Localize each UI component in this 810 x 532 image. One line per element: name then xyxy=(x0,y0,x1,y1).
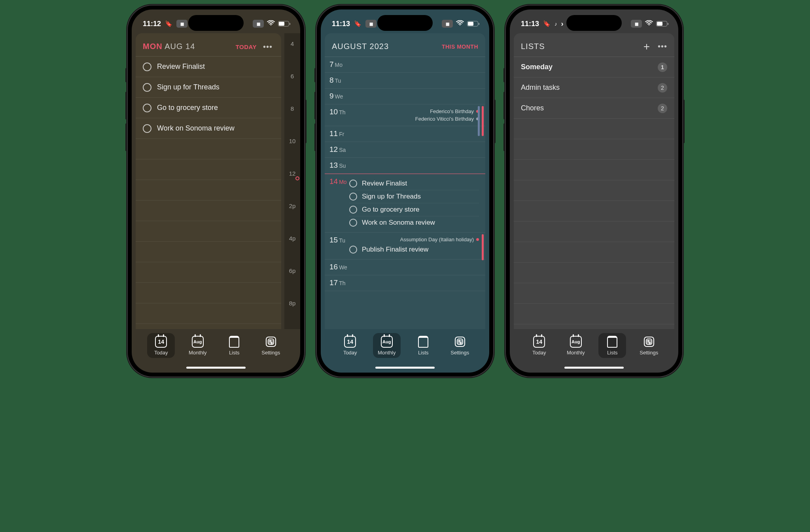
checkbox-icon[interactable] xyxy=(349,246,357,254)
timeline-strip[interactable]: 46810122p4p6p8p xyxy=(284,33,300,329)
month-day-row[interactable]: 17Th xyxy=(325,275,485,291)
today-label[interactable]: TODAY xyxy=(236,44,257,50)
tab-monthly[interactable]: Aug Monthly xyxy=(184,333,212,358)
task-row[interactable]: Sign up for Threads xyxy=(349,190,479,203)
month-day-row[interactable]: 14MoReview FinalistSign up for ThreadsGo… xyxy=(325,174,485,233)
empty-row[interactable] xyxy=(514,324,674,329)
empty-row[interactable] xyxy=(136,262,281,283)
tab-bar: 14 Today Aug Monthly Lists Settings xyxy=(321,330,489,373)
task-row[interactable]: Sign up for Threads xyxy=(136,77,281,98)
empty-row[interactable] xyxy=(136,324,281,329)
svg-rect-15 xyxy=(644,337,654,346)
home-indicator[interactable] xyxy=(375,367,435,369)
calendar-month-icon: Aug xyxy=(381,336,393,348)
empty-row[interactable] xyxy=(514,201,674,222)
empty-row[interactable] xyxy=(136,303,281,324)
month-day-row[interactable]: 11Fr xyxy=(325,126,485,142)
month-day-row[interactable]: 8Tu xyxy=(325,73,485,89)
empty-row[interactable] xyxy=(136,180,281,201)
empty-row[interactable] xyxy=(136,159,281,180)
task-row[interactable]: Review Finalist xyxy=(349,177,479,190)
empty-row[interactable] xyxy=(514,263,674,283)
svg-point-14 xyxy=(649,25,650,26)
task-label: Sign up for Threads xyxy=(362,193,421,201)
calendar-event[interactable]: Federico Viticci's Birthday xyxy=(349,115,479,123)
tab-lists[interactable]: Lists xyxy=(409,333,437,358)
empty-row[interactable] xyxy=(514,283,674,304)
add-list-button[interactable]: + xyxy=(643,43,650,51)
empty-row[interactable] xyxy=(136,242,281,262)
checkbox-icon[interactable] xyxy=(143,104,151,112)
calendar-event[interactable]: Assumption Day (Italian holiday) xyxy=(349,236,479,243)
day-number: 16 xyxy=(329,263,338,271)
empty-row[interactable] xyxy=(136,139,281,159)
phone-today: 11:12 🔖 ▦ › ▦ MON AUG 14 xyxy=(127,5,305,377)
empty-row[interactable] xyxy=(514,180,674,201)
empty-row[interactable] xyxy=(514,242,674,263)
month-day-row[interactable]: 9We xyxy=(325,89,485,104)
home-indicator[interactable] xyxy=(564,367,624,369)
month-day-row[interactable]: 10ThFederico's BirthdayFederico Viticci'… xyxy=(325,104,485,126)
tab-monthly[interactable]: Aug Monthly xyxy=(562,333,590,358)
dynamic-island xyxy=(377,15,433,31)
tab-lists[interactable]: Lists xyxy=(598,333,626,358)
more-icon[interactable]: ••• xyxy=(261,42,274,51)
timeline-tick: 12 xyxy=(284,170,300,177)
checkbox-icon[interactable] xyxy=(143,62,151,71)
empty-row[interactable] xyxy=(514,119,674,139)
status-time: 11:13 xyxy=(332,20,350,28)
tab-today[interactable]: 14 Today xyxy=(336,333,364,358)
more-icon[interactable]: ••• xyxy=(658,42,667,51)
month-day-row[interactable]: 7Mo xyxy=(325,57,485,73)
home-indicator[interactable] xyxy=(186,367,246,369)
day-number: 9 xyxy=(329,92,334,100)
task-row[interactable]: Go to grocery store xyxy=(349,203,479,216)
month-day-row[interactable]: 16We xyxy=(325,259,485,275)
calendar-event[interactable]: Federico's Birthday xyxy=(349,108,479,115)
task-label: Go to grocery store xyxy=(157,104,218,112)
month-day-row[interactable]: 15TuAssumption Day (Italian holiday)Publ… xyxy=(325,233,485,259)
tab-today[interactable]: 14 Today xyxy=(525,333,553,358)
checkbox-icon[interactable] xyxy=(349,180,357,187)
chevron-right-icon: › xyxy=(561,20,564,28)
status-time: 11:13 xyxy=(521,20,539,28)
day-name: Mo xyxy=(339,179,346,185)
task-row[interactable]: Review Finalist xyxy=(136,57,281,77)
checkbox-icon[interactable] xyxy=(349,206,357,214)
tab-lists[interactable]: Lists xyxy=(220,333,248,358)
tab-settings[interactable]: Settings xyxy=(635,333,663,358)
empty-row[interactable] xyxy=(514,160,674,180)
tab-today[interactable]: 14 Today xyxy=(147,333,175,358)
tab-settings[interactable]: Settings xyxy=(257,333,285,358)
empty-row[interactable] xyxy=(514,222,674,242)
empty-row[interactable] xyxy=(136,201,281,221)
empty-row[interactable] xyxy=(514,139,674,160)
task-row[interactable]: Publish Finalist review xyxy=(349,243,479,256)
lists-icon xyxy=(418,336,428,348)
list-item[interactable]: Chores2 xyxy=(514,98,674,119)
checkbox-icon[interactable] xyxy=(349,193,357,201)
task-row[interactable]: Work on Sonoma review xyxy=(349,216,479,229)
day-number: 10 xyxy=(329,108,338,116)
count-badge: 2 xyxy=(658,104,667,113)
checkbox-icon[interactable] xyxy=(143,124,151,133)
month-day-row[interactable]: 13Su xyxy=(325,158,485,174)
empty-row[interactable] xyxy=(136,283,281,303)
list-item[interactable]: Admin tasks2 xyxy=(514,78,674,98)
task-row[interactable]: Go to grocery store xyxy=(136,98,281,118)
battery-icon xyxy=(656,21,667,27)
empty-row[interactable] xyxy=(514,304,674,324)
month-day-row[interactable]: 12Sa xyxy=(325,142,485,158)
tab-monthly[interactable]: Aug Monthly xyxy=(373,333,401,358)
this-month-label[interactable]: THIS MONTH xyxy=(442,44,478,50)
checkbox-icon[interactable] xyxy=(349,219,357,227)
event-dot-icon xyxy=(476,238,479,241)
task-label: Work on Sonoma review xyxy=(362,219,435,227)
checkbox-icon[interactable] xyxy=(143,83,151,92)
tab-settings[interactable]: Settings xyxy=(446,333,474,358)
timeline-tick: 6p xyxy=(284,267,300,274)
task-row[interactable]: Work on Sonoma review xyxy=(136,118,281,139)
list-item[interactable]: Someday1 xyxy=(514,57,674,78)
battery-icon xyxy=(467,21,478,27)
empty-row[interactable] xyxy=(136,221,281,242)
